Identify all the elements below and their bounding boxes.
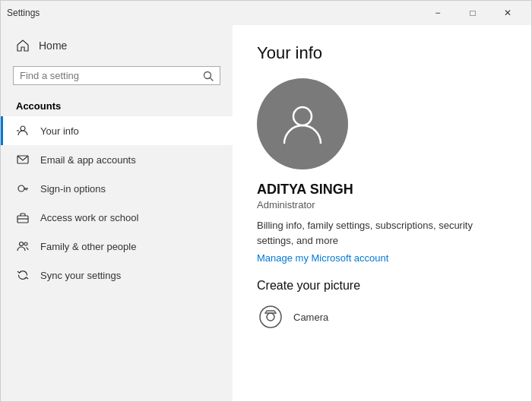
home-icon	[16, 39, 30, 52]
window-title: Settings	[7, 8, 40, 18]
your-info-label: Your info	[40, 125, 79, 137]
sync-icon	[16, 268, 30, 282]
window-controls: − □ ✕	[420, 1, 525, 25]
main-panel: Your info ADITYA SINGH Administrator Bil…	[233, 25, 531, 401]
accounts-section-title: Accounts	[1, 91, 233, 116]
sidebar-item-your-info[interactable]: Your info	[1, 116, 233, 145]
email-icon	[16, 153, 30, 166]
close-button[interactable]: ✕	[490, 1, 525, 25]
search-input[interactable]	[20, 70, 198, 81]
svg-point-2	[21, 126, 25, 131]
user-name: ADITYA SINGH	[257, 182, 507, 198]
svg-point-15	[267, 313, 274, 321]
maximize-button[interactable]: □	[455, 1, 490, 25]
avatar-svg	[278, 100, 327, 148]
page-title: Your info	[257, 43, 507, 63]
email-accounts-label: Email & app accounts	[40, 154, 136, 166]
title-bar: Settings − □ ✕	[1, 1, 531, 25]
family-label: Family & other people	[40, 241, 136, 252]
key-icon	[16, 182, 30, 195]
sidebar-item-home[interactable]: Home	[1, 31, 233, 60]
manage-account-link[interactable]: Manage my Microsoft account	[257, 252, 507, 264]
svg-point-5	[18, 185, 24, 192]
camera-icon	[257, 303, 284, 331]
svg-line-1	[211, 78, 214, 81]
home-label: Home	[39, 40, 67, 52]
sidebar-item-sign-in[interactable]: Sign-in options	[1, 174, 233, 203]
avatar	[257, 78, 348, 169]
search-icon	[203, 71, 214, 81]
work-school-label: Access work or school	[40, 212, 138, 223]
content-area: Home Accounts	[1, 25, 531, 401]
sidebar-item-email-accounts[interactable]: Email & app accounts	[1, 145, 233, 174]
sidebar-item-sync[interactable]: Sync your settings	[1, 261, 233, 290]
svg-point-13	[293, 107, 312, 125]
people-icon	[16, 239, 30, 253]
create-picture-heading: Create your picture	[257, 279, 507, 293]
your-info-icon	[16, 124, 30, 138]
user-description: Billing info, family settings, subscript…	[257, 218, 507, 248]
sidebar-item-work-school[interactable]: Access work or school	[1, 203, 233, 232]
settings-window: Settings − □ ✕ Home	[0, 0, 532, 402]
svg-point-12	[24, 242, 27, 245]
user-role: Administrator	[257, 199, 507, 210]
sidebar-item-family[interactable]: Family & other people	[1, 232, 233, 261]
search-box[interactable]	[13, 66, 220, 85]
svg-point-11	[20, 242, 24, 246]
sign-in-label: Sign-in options	[40, 183, 106, 195]
sync-label: Sync your settings	[40, 270, 121, 281]
camera-option[interactable]: Camera	[257, 303, 507, 331]
svg-point-14	[260, 306, 281, 328]
sidebar: Home Accounts	[1, 25, 233, 401]
minimize-button[interactable]: −	[420, 1, 455, 25]
briefcase-icon	[16, 210, 30, 224]
camera-label: Camera	[293, 312, 328, 323]
